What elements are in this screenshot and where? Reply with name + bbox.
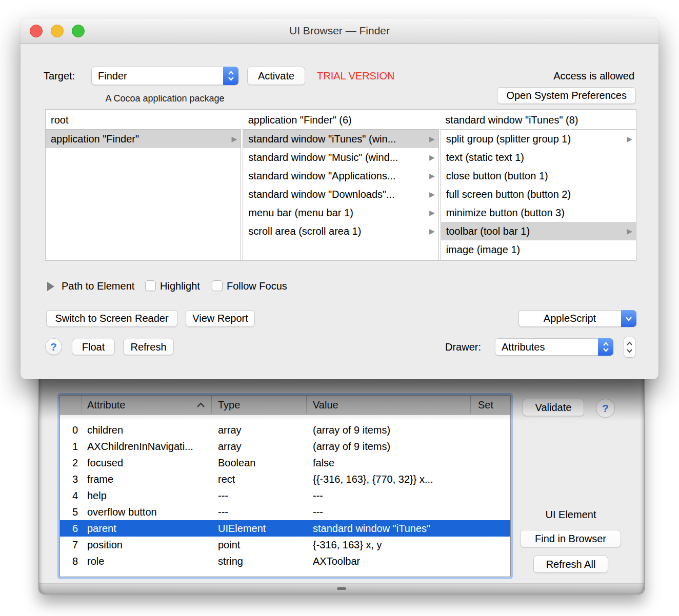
drawer-popup[interactable]: Attributes <box>495 338 613 356</box>
trial-version-label: TRIAL VERSION <box>317 67 395 85</box>
attribute-column-header[interactable]: Attribute <box>82 396 211 414</box>
float-button[interactable]: Float <box>72 339 115 355</box>
follow-focus-checkbox[interactable] <box>212 280 223 291</box>
browser-item[interactable]: image (image 1) <box>441 240 636 259</box>
refresh-button[interactable]: Refresh <box>123 339 174 355</box>
chevron-right-icon: ▶ <box>429 222 435 240</box>
row-index-cell: 2 <box>60 455 82 471</box>
type-cell: --- <box>211 487 306 504</box>
chevron-down-icon <box>621 310 636 327</box>
browser-item[interactable]: minimize button (button 3) <box>441 203 636 222</box>
highlight-label[interactable]: Highlight <box>160 280 200 292</box>
browser-column-header: root <box>46 110 242 129</box>
table-row[interactable]: 5overflow button------ <box>60 504 510 520</box>
attribute-column-label: Attribute <box>87 399 125 411</box>
table-row[interactable]: 2focusedBooleanfalse <box>60 455 510 471</box>
row-index-cell: 0 <box>60 422 82 438</box>
set-cell <box>470 422 510 438</box>
validate-button[interactable]: Validate <box>523 399 584 416</box>
highlight-checkbox[interactable] <box>145 280 156 291</box>
table-row[interactable]: 3framerect{{-316, 163}, {770, 32}} x... <box>60 471 510 487</box>
attribute-table: Attribute Type Value Set 0childrenarray(… <box>59 395 511 577</box>
browser-item-label: menu bar (menu bar 1) <box>248 207 353 218</box>
index-column-header[interactable] <box>60 396 82 414</box>
target-label: Target: <box>44 67 75 85</box>
browser-item-label: application "Finder" <box>51 133 139 145</box>
minimize-window-button[interactable] <box>51 25 64 37</box>
browser-item[interactable]: toolbar (tool bar 1)▶ <box>441 222 636 240</box>
attribute-table-body: 0childrenarray(array of 9 items)1AXChild… <box>60 415 510 569</box>
refresh-all-button[interactable]: Refresh All <box>533 556 608 573</box>
browser-item[interactable]: text (static text 1) <box>441 148 636 167</box>
attribute-table-header: Attribute Type Value Set <box>60 396 510 415</box>
table-row[interactable]: 6parentUIElementstandard window "iTunes" <box>60 520 510 537</box>
follow-focus-label[interactable]: Follow Focus <box>227 280 287 292</box>
value-column-header[interactable]: Value <box>306 396 470 414</box>
titlebar[interactable]: UI Browser — Finder <box>21 18 658 44</box>
disclosure-triangle-icon[interactable] <box>47 282 54 291</box>
browser-item[interactable]: full screen button (button 2) <box>441 185 636 203</box>
type-column-header[interactable]: Type <box>211 396 306 414</box>
switch-to-screen-reader-button[interactable]: Switch to Screen Reader <box>46 310 177 327</box>
attribute-cell: focused <box>82 455 211 471</box>
browser-item-label: text (static text 1) <box>446 152 524 163</box>
row-index-cell: 6 <box>60 520 82 537</box>
browser-item[interactable]: standard window "iTunes" (win...▶ <box>243 130 438 148</box>
find-in-browser-button[interactable]: Find in Browser <box>520 530 621 547</box>
row-index-cell: 8 <box>60 553 82 569</box>
attribute-cell: frame <box>82 471 211 487</box>
type-cell: array <box>211 438 306 455</box>
table-row[interactable]: 1AXChildrenInNavigati...array(array of 9… <box>60 438 510 455</box>
attribute-cell: children <box>82 422 211 438</box>
help-button[interactable]: ? <box>45 338 62 355</box>
chevron-right-icon: ▶ <box>627 222 632 240</box>
target-popup[interactable]: Finder <box>91 67 238 85</box>
drawer-bottom-bar <box>39 583 644 594</box>
value-cell: (array of 9 items) <box>306 422 470 438</box>
refresh-all-label: Refresh All <box>546 559 596 570</box>
browser-item[interactable]: application "Finder"▶ <box>46 130 241 148</box>
row-index-cell: 7 <box>60 537 82 553</box>
drawer-help-button[interactable]: ? <box>596 399 615 418</box>
drawer-window: Attribute Type Value Set 0childrenarray(… <box>38 359 645 594</box>
view-report-button[interactable]: View Report <box>186 310 255 327</box>
table-row[interactable]: 4help------ <box>60 487 510 504</box>
table-row[interactable]: 7positionpoint{-316, 163} x, y <box>60 537 510 553</box>
chevron-up-down-icon <box>223 67 238 85</box>
table-row[interactable]: 0childrenarray(array of 9 items) <box>60 422 510 438</box>
browser-column: standard window "iTunes" (win...▶standar… <box>243 129 438 260</box>
float-label: Float <box>82 341 105 353</box>
path-to-element-label: Path to Element <box>62 280 134 292</box>
browser-item[interactable]: standard window "Downloads"...▶ <box>243 185 438 203</box>
browser-item-label: standard window "Downloads"... <box>248 189 394 200</box>
browser-item-label: minimize button (button 3) <box>446 207 565 218</box>
browser-item[interactable]: scroll area (scroll area 1)▶ <box>243 222 438 240</box>
applescript-pulldown-value: AppleScript <box>519 311 621 326</box>
chevron-right-icon: ▶ <box>429 130 435 148</box>
target-popup-value: Finder <box>98 67 127 85</box>
browser-item-label: image (image 1) <box>446 244 521 255</box>
view-report-label: View Report <box>192 313 248 324</box>
browser-item[interactable]: close button (button 1) <box>441 167 636 185</box>
browser-item-label: scroll area (scroll area 1) <box>248 225 361 237</box>
applescript-pulldown[interactable]: AppleScript <box>518 310 636 327</box>
chevron-right-icon: ▶ <box>429 203 435 222</box>
activate-button[interactable]: Activate <box>247 67 305 85</box>
drawer-stepper[interactable] <box>624 337 635 358</box>
attribute-cell: parent <box>82 520 211 537</box>
row-index-cell: 5 <box>60 504 82 520</box>
drawer-resize-handle[interactable] <box>337 587 346 590</box>
browser-item[interactable]: split group (splitter group 1)▶ <box>441 130 636 148</box>
open-system-preferences-button[interactable]: Open System Preferences <box>497 87 636 104</box>
close-window-button[interactable] <box>30 25 43 37</box>
set-column-header[interactable]: Set <box>470 396 510 414</box>
row-index-cell: 3 <box>60 471 82 487</box>
browser-item[interactable]: standard window "Applications...▶ <box>243 167 438 185</box>
browser-item[interactable]: standard window "Music" (wind...▶ <box>243 148 438 167</box>
browser-item[interactable]: menu bar (menu bar 1)▶ <box>243 203 438 222</box>
table-row[interactable]: 8rolestringAXToolbar <box>60 553 510 569</box>
set-cell <box>470 537 510 553</box>
type-cell: --- <box>211 504 306 520</box>
browser-columns: application "Finder"▶standard window "iT… <box>46 129 636 260</box>
zoom-window-button[interactable] <box>72 25 85 37</box>
